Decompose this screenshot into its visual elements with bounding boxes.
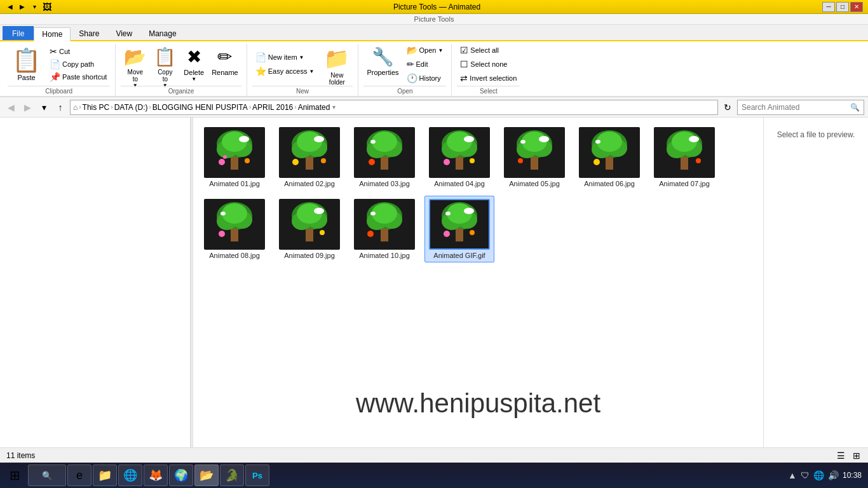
- svg-rect-16: [306, 157, 313, 170]
- new-folder-button[interactable]: 📁 Newfolder: [321, 44, 353, 84]
- file-item[interactable]: Animated 09.jpg: [275, 196, 344, 262]
- crumb-animated[interactable]: Animated: [298, 103, 330, 112]
- invert-selection-button[interactable]: ⇄ Invert selection: [457, 72, 520, 85]
- crumb-april[interactable]: APRIL 2016: [252, 103, 293, 112]
- svg-point-43: [518, 158, 523, 163]
- tray-volume[interactable]: 🔊: [828, 470, 839, 480]
- address-bar[interactable]: ⌂ › This PC › DATA (D:) › BLOGGING HENI …: [70, 100, 718, 115]
- invert-selection-icon: ⇄: [460, 73, 468, 83]
- up-button[interactable]: ↑: [53, 100, 67, 114]
- tray-antivirus[interactable]: 🛡: [801, 470, 810, 480]
- paste-button[interactable]: 📋 Paste: [8, 44, 45, 84]
- search-bar[interactable]: 🔍: [737, 100, 864, 115]
- taskbar-filemanager[interactable]: 📂: [194, 464, 219, 486]
- file-item[interactable]: Animated 10.jpg: [349, 196, 419, 262]
- svg-point-35: [470, 158, 475, 163]
- select-none-button[interactable]: ☐ Select none: [457, 58, 520, 71]
- file-item[interactable]: Animated 02.jpg: [275, 124, 344, 191]
- quick-access-forward[interactable]: ▶: [17, 2, 27, 12]
- paste-icon: 📋: [12, 47, 41, 74]
- forward-button[interactable]: ▶: [20, 100, 34, 114]
- copy-path-button[interactable]: 📄 Copy path: [46, 58, 110, 71]
- taskbar-photoshop[interactable]: Ps: [245, 464, 269, 486]
- properties-button[interactable]: 🔧 Properties: [363, 44, 402, 84]
- taskbar-search[interactable]: 🔍: [28, 464, 66, 486]
- file-item[interactable]: Animated 07.jpg: [649, 124, 719, 191]
- tab-share[interactable]: Share: [71, 26, 107, 40]
- history-icon: 🕐: [407, 73, 417, 83]
- crumb-data-d[interactable]: DATA (D:): [114, 103, 148, 112]
- quick-access-dropdown[interactable]: ▾: [29, 2, 39, 12]
- history-button[interactable]: 🕐 History: [403, 72, 447, 85]
- quick-access: ◀ ▶ ▾ 🖼: [5, 2, 51, 12]
- svg-point-61: [689, 136, 699, 142]
- maximize-button[interactable]: □: [836, 2, 849, 12]
- svg-point-7: [245, 158, 250, 163]
- recent-locations-button[interactable]: ▾: [37, 100, 51, 114]
- file-item[interactable]: Animated 05.jpg: [499, 124, 569, 191]
- tab-manage[interactable]: Manage: [140, 26, 184, 40]
- svg-rect-42: [531, 157, 538, 170]
- cut-button[interactable]: ✂ Cut: [46, 45, 110, 58]
- file-thumbnail: [429, 199, 490, 250]
- crumb-this-pc[interactable]: This PC: [83, 103, 110, 112]
- open-button[interactable]: 📂 Open ▼: [403, 44, 447, 57]
- open-content: 🔧 Properties 📂 Open ▼ ✏ Edit 🕐 History: [363, 44, 446, 85]
- minimize-button[interactable]: ─: [822, 2, 835, 12]
- tray-show-hidden[interactable]: ▲: [788, 470, 797, 480]
- taskbar-browser2[interactable]: 🦊: [144, 464, 168, 486]
- title-bar: ◀ ▶ ▾ 🖼 Picture Tools — Animated ─ □ ✕: [0, 0, 868, 14]
- svg-point-36: [464, 136, 474, 142]
- crumb-blogging[interactable]: BLOGGING HENI PUSPITA: [153, 103, 248, 112]
- tab-home[interactable]: Home: [34, 27, 71, 41]
- tab-view[interactable]: View: [107, 26, 140, 40]
- file-item-selected[interactable]: Animated GIF.gif: [424, 196, 494, 262]
- delete-button[interactable]: ✖ Delete ▼: [180, 44, 207, 84]
- move-to-icon: 📂: [124, 46, 146, 67]
- taskbar-ie[interactable]: e: [67, 464, 92, 486]
- svg-point-45: [539, 136, 549, 142]
- large-icons-view-button[interactable]: ⊞: [851, 449, 862, 462]
- taskbar-app1[interactable]: 🐊: [220, 464, 244, 486]
- back-button[interactable]: ◀: [4, 100, 18, 114]
- file-item[interactable]: Animated 08.jpg: [200, 196, 269, 262]
- clock: 10:38: [843, 471, 862, 480]
- file-name: Animated 10.jpg: [359, 252, 410, 259]
- new-item-icon: 📄: [255, 52, 266, 62]
- easy-access-button[interactable]: ⭐ Easy access ▼: [252, 65, 318, 78]
- file-name: Animated 01.jpg: [209, 180, 260, 187]
- properties-icon: 🔧: [372, 46, 394, 67]
- taskbar-browser3[interactable]: 🌍: [169, 464, 193, 486]
- copy-to-button[interactable]: 📋 Copyto ▼: [151, 44, 179, 84]
- rename-button[interactable]: ✏ Rename: [208, 44, 241, 84]
- ribbon-tabs: File Home Share View Manage: [0, 25, 868, 41]
- paste-shortcut-button[interactable]: 📌 Paste shortcut: [46, 71, 110, 83]
- svg-point-6: [219, 159, 225, 165]
- file-item[interactable]: Animated 01.jpg: [200, 124, 269, 191]
- quick-access-back[interactable]: ◀: [5, 2, 15, 12]
- open-icon: 📂: [407, 45, 417, 55]
- new-item-button[interactable]: 📄 New item ▼: [252, 51, 318, 64]
- file-item[interactable]: Animated 03.jpg: [349, 124, 419, 191]
- tray-network[interactable]: 🌐: [813, 470, 824, 480]
- start-button[interactable]: ⊞: [3, 464, 27, 486]
- file-item[interactable]: Animated 06.jpg: [574, 124, 644, 191]
- clipboard-label: Clipboard: [8, 86, 110, 95]
- tab-file[interactable]: File: [3, 26, 34, 40]
- move-to-button[interactable]: 📂 Moveto ▼: [121, 44, 149, 84]
- search-input[interactable]: [742, 103, 848, 112]
- cut-icon: ✂: [50, 46, 57, 57]
- file-item[interactable]: Animated 04.jpg: [424, 124, 494, 191]
- close-button[interactable]: ✕: [850, 2, 863, 12]
- new-content: 📄 New item ▼ ⭐ Easy access ▼ 📁 Newfolder: [252, 44, 353, 85]
- svg-point-69: [220, 212, 226, 215]
- details-view-button[interactable]: ☰: [836, 449, 846, 462]
- taskbar-browser1[interactable]: 🌐: [118, 464, 142, 486]
- select-all-button[interactable]: ☑ Select all: [457, 44, 520, 57]
- edit-button[interactable]: ✏ Edit: [403, 58, 447, 71]
- file-thumbnail: [654, 127, 715, 178]
- refresh-button[interactable]: ↻: [721, 100, 735, 114]
- status-right: ☰ ⊞: [836, 449, 862, 462]
- svg-rect-83: [381, 229, 388, 241]
- taskbar-explorer[interactable]: 📁: [93, 464, 117, 486]
